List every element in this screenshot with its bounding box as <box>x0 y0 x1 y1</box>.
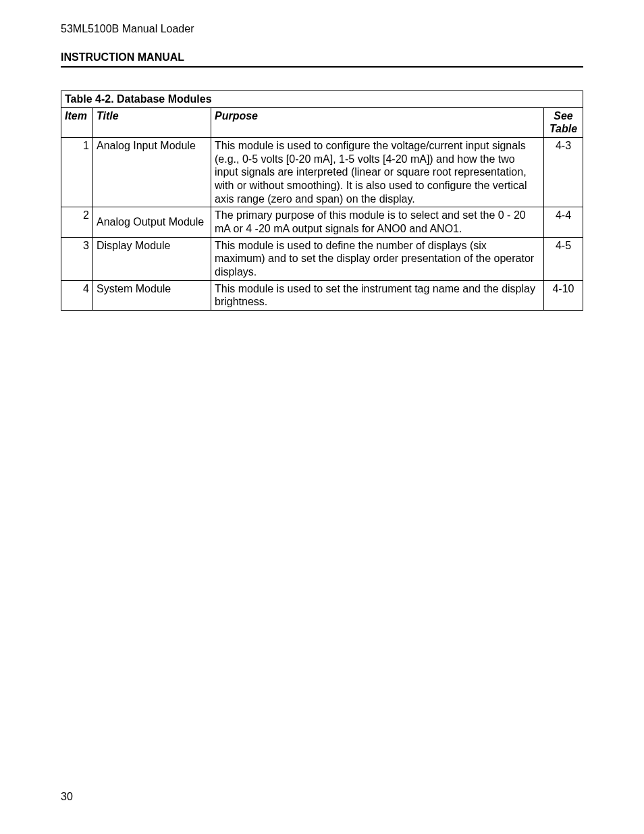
header-doc-type: INSTRUCTION MANUAL <box>61 51 583 68</box>
database-modules-table: Table 4-2. Database Modules Item Title P… <box>61 90 583 311</box>
cell-item: 1 <box>61 138 93 207</box>
cell-see: 4-3 <box>543 138 583 207</box>
table-row: 1 Analog Input Module This module is use… <box>61 138 583 207</box>
table-caption: Table 4-2. Database Modules <box>61 91 583 108</box>
header-product: 53ML5100B Manual Loader <box>61 23 583 35</box>
table-row: 4 System Module This module is used to s… <box>61 280 583 310</box>
col-header-purpose: Purpose <box>211 107 544 137</box>
cell-title: Analog Input Module <box>93 138 211 207</box>
col-header-item: Item <box>61 107 93 137</box>
cell-title: Analog Output Module <box>93 207 211 237</box>
cell-title: System Module <box>93 280 211 310</box>
cell-see: 4-4 <box>543 207 583 237</box>
table-header-row: Item Title Purpose See Table <box>61 107 583 137</box>
col-header-see: See Table <box>543 107 583 137</box>
cell-purpose: This module is used to define the number… <box>211 237 544 280</box>
col-header-title: Title <box>93 107 211 137</box>
cell-purpose: The primary purpose of this module is to… <box>211 207 544 237</box>
cell-item: 2 <box>61 207 93 237</box>
cell-see: 4-10 <box>543 280 583 310</box>
cell-purpose: This module is used to configure the vol… <box>211 138 544 207</box>
cell-title: Display Module <box>93 237 211 280</box>
table-row: 2 Analog Output Module The primary purpo… <box>61 207 583 237</box>
page-number: 30 <box>61 791 73 803</box>
cell-item: 3 <box>61 237 93 280</box>
cell-see: 4-5 <box>543 237 583 280</box>
table-caption-row: Table 4-2. Database Modules <box>61 91 583 108</box>
cell-purpose: This module is used to set the instrumen… <box>211 280 544 310</box>
table-row: 3 Display Module This module is used to … <box>61 237 583 280</box>
cell-item: 4 <box>61 280 93 310</box>
